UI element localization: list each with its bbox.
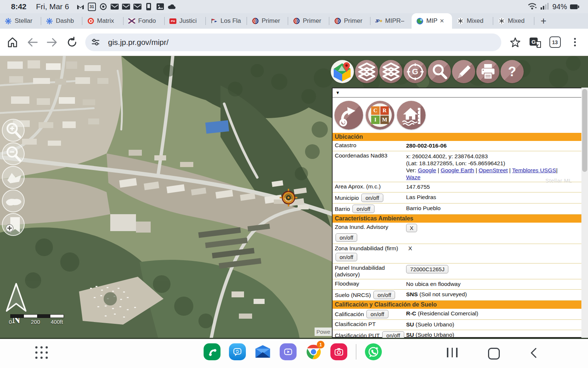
google-maps-button[interactable] xyxy=(331,60,354,83)
print-button[interactable] xyxy=(476,60,499,83)
crim-button[interactable]: C R I M xyxy=(366,101,394,130)
tab-fondo[interactable]: Fondo xyxy=(123,13,165,29)
new-tab-button[interactable]: + xyxy=(534,13,553,29)
camera-app-icon[interactable] xyxy=(330,343,347,360)
tab-mixed-1[interactable]: Mixed xyxy=(452,13,493,29)
field-label: Area Aprox. (m.c.) xyxy=(335,183,406,190)
flag2-icon xyxy=(211,18,218,25)
link-google-earth[interactable]: Google Earth xyxy=(441,167,474,173)
help-question-glyph: ? xyxy=(508,64,516,79)
phone-app-icon[interactable] xyxy=(204,343,220,360)
messages-app-icon[interactable] xyxy=(229,343,246,360)
tab-primer-2[interactable]: Primer xyxy=(288,13,329,29)
suelo-toggle-button[interactable]: on/off xyxy=(373,291,395,299)
coords-xy: x: 260024.4002, y: 238764.0283 xyxy=(406,153,581,160)
url-bar[interactable]: gis.jp.pr.gov/mipr/ xyxy=(85,33,501,51)
globe-tool-button[interactable]: G xyxy=(404,60,427,83)
tab-mipr[interactable]: JP✦ MIPR– xyxy=(370,13,412,29)
tab-justicia[interactable]: PH Justici xyxy=(165,13,206,29)
menu-kebab-button[interactable] xyxy=(567,35,582,50)
tab-matrix[interactable]: Matrix xyxy=(82,13,123,29)
calificacion-toggle-button[interactable]: on/off xyxy=(366,310,388,318)
ver-prefix: Ver: xyxy=(406,167,416,173)
layers-button[interactable] xyxy=(355,60,378,83)
close-icon[interactable]: ✕ xyxy=(440,18,444,24)
full-extent-button[interactable] xyxy=(2,190,25,212)
tab-dashboard[interactable]: Dashb xyxy=(41,13,82,29)
recents-button[interactable] xyxy=(447,348,458,357)
date: Fri, Mar 6 xyxy=(36,2,69,11)
home-nav-button[interactable] xyxy=(488,348,500,360)
tab-switcher-button[interactable]: 13 xyxy=(548,35,562,50)
row-zona-advisory: Zona Inund. Advisory X on/off xyxy=(333,223,581,244)
whatsapp-app-icon[interactable] xyxy=(365,343,382,360)
help-button[interactable]: ? xyxy=(501,60,524,83)
map-area[interactable]: N 0 200 400ft Powe Stellar ML xyxy=(0,56,588,339)
status-indicators: 94% xyxy=(527,2,578,11)
tab-los-fla[interactable]: Los Fla xyxy=(206,13,247,29)
zona-advisory-value-button[interactable]: X xyxy=(406,224,417,232)
reload-button[interactable] xyxy=(65,35,79,50)
mail-icon xyxy=(133,3,141,11)
home-button[interactable] xyxy=(5,35,20,50)
dock-divider xyxy=(356,344,356,360)
zoom-in-button[interactable] xyxy=(2,119,25,142)
clasificacion-put-toggle-button[interactable]: on/off xyxy=(382,331,404,339)
link-waze[interactable]: Waze xyxy=(406,174,420,180)
coords-latlon: (Lat: 18.18272855, Lon: -65.86596421) xyxy=(406,160,581,167)
gear-icon xyxy=(46,18,53,25)
zoom-out-button[interactable] xyxy=(2,142,25,165)
tab-stellar[interactable]: Stellar xyxy=(0,13,41,29)
taskbar: 1 xyxy=(0,339,588,368)
barrio-toggle-button[interactable]: on/off xyxy=(352,205,374,213)
tab-primer-1[interactable]: Primer xyxy=(247,13,288,29)
parcel-info-panel: ▼ C R I M Ubicación xyxy=(332,88,581,338)
row-suelo: Suelo (NRCS) on/off SNS (Soil not survey… xyxy=(333,290,581,301)
chrome-app-icon[interactable]: 1 xyxy=(305,343,322,360)
draw-tool-button[interactable] xyxy=(452,60,475,83)
zona-firm-toggle-button[interactable]: on/off xyxy=(336,253,357,261)
zona-advisory-toggle-button[interactable]: on/off xyxy=(336,233,357,242)
link-temblores-usgs[interactable]: Temblores USGS xyxy=(512,167,556,173)
tab-primer-3[interactable]: Primer xyxy=(329,13,370,29)
bookmark-star-button[interactable] xyxy=(508,35,523,50)
row-zona-firm: Zona Inundabilidad (firm) X on/off xyxy=(333,244,581,263)
tab-mixed-2[interactable]: Mixed xyxy=(493,13,534,29)
notification-badge: 1 xyxy=(317,341,325,348)
site-settings-icon[interactable] xyxy=(88,35,103,50)
pan-tool-button[interactable] xyxy=(2,166,25,189)
globe-letter: G xyxy=(412,67,418,77)
link-google[interactable]: Google xyxy=(418,167,436,173)
app-drawer-button[interactable] xyxy=(35,346,48,359)
flood-info-button[interactable] xyxy=(397,101,426,130)
video-app-icon[interactable] xyxy=(280,343,297,360)
cloud-icon xyxy=(168,3,176,11)
row-catastro: Catastro 280-002-016-06 xyxy=(333,141,581,151)
mail-app-icon[interactable] xyxy=(254,343,271,360)
wifi-icon xyxy=(527,2,538,11)
field-label: Coordenadas Nad83 xyxy=(335,152,406,159)
tab-mipr-active[interactable]: MIP ✕ xyxy=(412,13,452,29)
collapse-toggle[interactable]: ▼ xyxy=(336,90,340,95)
panel-scrollbar[interactable] xyxy=(581,88,588,338)
layers-alt-button[interactable] xyxy=(379,60,402,83)
url-text[interactable]: gis.jp.pr.gov/mipr/ xyxy=(108,38,169,47)
share-link-button[interactable] xyxy=(334,101,363,130)
panel-header: ▼ xyxy=(333,88,581,98)
row-calificacion: Calificación on/off R-C (Residencial Com… xyxy=(333,309,581,320)
translate-button[interactable]: G xyxy=(528,35,542,50)
bookmark-add-button[interactable] xyxy=(2,213,25,236)
maps-pin-icon xyxy=(99,3,107,11)
field-label: Municipio xyxy=(335,195,359,201)
back-button[interactable] xyxy=(25,35,40,50)
flood-panel-button[interactable]: 72000C1265J xyxy=(406,265,448,273)
municipio-toggle-button[interactable]: on/off xyxy=(361,194,383,202)
tab-strip: Stellar Dashb Matrix Fondo PH Justici Lo… xyxy=(0,13,588,29)
scrollbar-thumb[interactable] xyxy=(582,89,587,172)
status-bar: 8:42 Fri, Mar 6 31 xyxy=(0,0,588,13)
search-tool-button[interactable] xyxy=(428,60,451,83)
forward-button[interactable] xyxy=(45,35,60,50)
crim-logo: C R I M xyxy=(368,103,392,127)
back-nav-button[interactable] xyxy=(530,348,537,360)
link-openstreet[interactable]: OpenStreet xyxy=(478,167,508,173)
